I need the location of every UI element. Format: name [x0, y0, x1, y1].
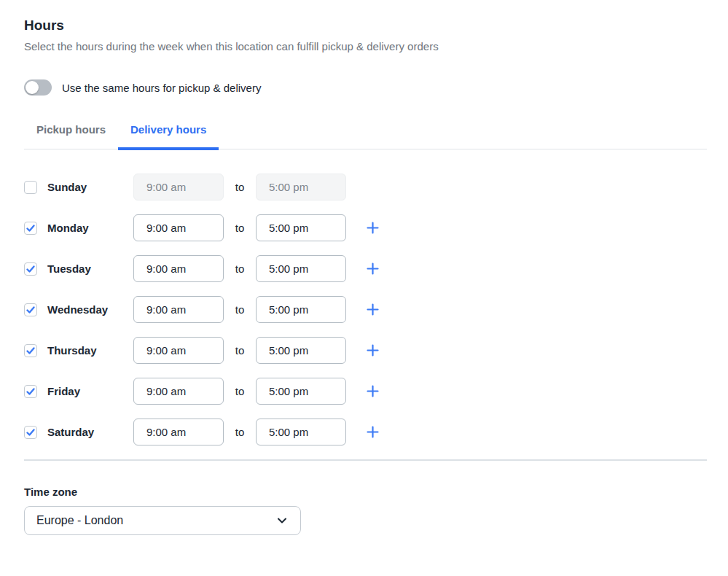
same-hours-toggle[interactable] — [24, 79, 52, 96]
plus-icon — [367, 426, 379, 438]
start-time-input[interactable]: 9:00 am — [133, 419, 224, 445]
day-row-thursday: Thursday 9:00 am to 5:00 pm — [24, 337, 707, 364]
end-time-input[interactable]: 5:00 pm — [256, 255, 346, 282]
start-time-input[interactable]: 9:00 am — [133, 296, 224, 323]
tab-pickup-hours[interactable]: Pickup hours — [24, 114, 118, 149]
plus-icon — [367, 385, 379, 397]
add-hours-button[interactable] — [362, 259, 383, 279]
start-time-value: 9:00 am — [146, 344, 186, 357]
day-checkbox[interactable] — [24, 222, 37, 235]
hours-settings-page: Hours Select the hours during the week w… — [0, 0, 728, 535]
start-time-value: 9:00 am — [146, 426, 186, 438]
check-icon — [26, 386, 36, 397]
day-row-sunday: Sunday 9:00 am to 5:00 pm — [24, 174, 707, 201]
plus-icon — [367, 262, 379, 275]
day-row-friday: Friday 9:00 am to 5:00 pm — [24, 378, 707, 405]
start-time-input[interactable]: 9:00 am — [133, 174, 224, 201]
day-label: Thursday — [47, 344, 133, 357]
start-time-input[interactable]: 9:00 am — [133, 214, 224, 241]
page-title: Hours — [24, 17, 707, 34]
page-subtitle: Select the hours during the week when th… — [24, 40, 707, 53]
end-time-input[interactable]: 5:00 pm — [256, 337, 346, 364]
add-hours-button[interactable] — [362, 340, 383, 361]
plus-icon — [367, 303, 379, 316]
start-time-input[interactable]: 9:00 am — [133, 255, 224, 282]
end-time-value: 5:00 pm — [269, 385, 308, 397]
day-label: Saturday — [47, 426, 133, 438]
tab-delivery-hours[interactable]: Delivery hours — [118, 114, 219, 149]
start-time-value: 9:00 am — [146, 262, 186, 275]
end-time-value: 5:00 pm — [269, 426, 308, 438]
add-hours-button[interactable] — [362, 381, 383, 402]
check-icon — [26, 427, 36, 437]
day-label: Tuesday — [47, 262, 133, 275]
plus-icon — [367, 222, 379, 234]
start-time-input[interactable]: 9:00 am — [133, 378, 224, 405]
check-icon — [26, 346, 36, 356]
check-icon — [26, 264, 36, 274]
same-hours-toggle-row: Use the same hours for pickup & delivery — [24, 79, 707, 96]
end-time-input[interactable]: 5:00 pm — [256, 296, 346, 323]
day-row-wednesday: Wednesday 9:00 am to 5:00 pm — [24, 296, 707, 323]
start-time-value: 9:00 am — [146, 385, 186, 397]
timezone-select[interactable]: Europe - London — [24, 506, 301, 535]
day-row-tuesday: Tuesday 9:00 am to 5:00 pm — [24, 255, 707, 282]
day-checkbox[interactable] — [24, 426, 37, 439]
end-time-value: 5:00 pm — [269, 344, 308, 357]
day-label: Friday — [47, 385, 133, 397]
end-time-value: 5:00 pm — [269, 181, 308, 193]
start-time-value: 9:00 am — [146, 222, 186, 234]
day-label: Sunday — [47, 181, 133, 193]
check-icon — [26, 305, 36, 315]
to-label: to — [224, 344, 256, 357]
section-divider — [24, 459, 707, 461]
day-label: Wednesday — [47, 303, 133, 316]
start-time-input[interactable]: 9:00 am — [133, 337, 224, 364]
add-hours-button[interactable] — [362, 218, 383, 238]
add-hours-button[interactable] — [362, 300, 383, 320]
to-label: to — [224, 385, 256, 397]
toggle-knob — [26, 81, 39, 94]
timezone-value: Europe - London — [36, 514, 123, 527]
end-time-input[interactable]: 5:00 pm — [256, 378, 346, 405]
day-checkbox[interactable] — [24, 262, 37, 276]
to-label: to — [224, 303, 256, 316]
end-time-value: 5:00 pm — [269, 222, 308, 234]
end-time-input[interactable]: 5:00 pm — [256, 214, 346, 241]
day-row-saturday: Saturday 9:00 am to 5:00 pm — [24, 419, 707, 445]
end-time-input[interactable]: 5:00 pm — [256, 419, 346, 445]
timezone-label: Time zone — [24, 486, 707, 499]
day-row-monday: Monday 9:00 am to 5:00 pm — [24, 214, 707, 241]
weekly-hours-list: Sunday 9:00 am to 5:00 pm Monday 9:00 am… — [24, 174, 707, 445]
day-checkbox[interactable] — [24, 344, 37, 357]
to-label: to — [224, 181, 256, 193]
hours-tabs: Pickup hours Delivery hours — [24, 114, 707, 149]
start-time-value: 9:00 am — [146, 181, 186, 193]
end-time-value: 5:00 pm — [269, 262, 308, 275]
check-icon — [26, 223, 36, 233]
chevron-down-icon — [275, 514, 289, 527]
end-time-input[interactable]: 5:00 pm — [256, 174, 346, 201]
day-checkbox[interactable] — [24, 385, 37, 398]
end-time-value: 5:00 pm — [269, 303, 308, 316]
day-checkbox[interactable] — [24, 303, 37, 316]
to-label: to — [224, 426, 256, 438]
to-label: to — [224, 222, 256, 234]
add-hours-button[interactable] — [362, 422, 383, 443]
to-label: to — [224, 262, 256, 275]
start-time-value: 9:00 am — [146, 303, 186, 316]
same-hours-toggle-label: Use the same hours for pickup & delivery — [62, 82, 261, 94]
plus-icon — [367, 344, 379, 357]
day-label: Monday — [47, 222, 133, 234]
day-checkbox[interactable] — [24, 181, 37, 194]
